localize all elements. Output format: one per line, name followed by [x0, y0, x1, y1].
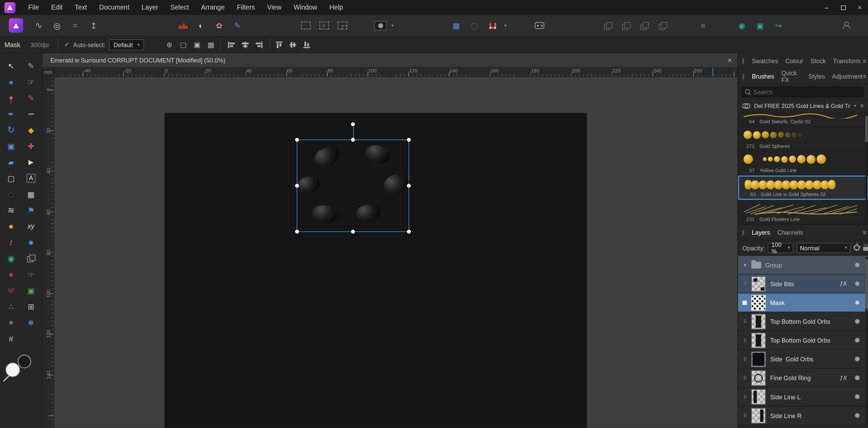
menu-filters[interactable]: Filters: [231, 0, 261, 15]
drag-handle-icon[interactable]: ⠿: [741, 319, 749, 324]
resize-handle-sw[interactable]: [295, 230, 299, 234]
hand-tool-icon[interactable]: ☞: [23, 75, 39, 88]
rectangle-tool-icon[interactable]: ▢: [3, 171, 19, 185]
develop-persona-icon[interactable]: ◎: [50, 19, 64, 32]
align-left-icon[interactable]: [226, 40, 237, 50]
menu-file[interactable]: File: [22, 0, 45, 15]
resize-handle-n[interactable]: [351, 138, 355, 142]
visibility-toggle[interactable]: [855, 357, 860, 362]
panel-menu-icon[interactable]: ≡: [863, 229, 866, 235]
rotation-handle[interactable]: [351, 122, 355, 126]
resize-handle-s[interactable]: [351, 230, 355, 234]
photo-persona-icon[interactable]: [9, 18, 23, 32]
sphere-tool-icon[interactable]: ●: [3, 220, 19, 233]
layer-thumbnail[interactable]: [751, 370, 766, 385]
show-handles-icon[interactable]: ▣: [192, 40, 203, 50]
snapping-grid-icon[interactable]: ▦: [450, 19, 463, 32]
lasso-tool-icon[interactable]: ∽: [23, 107, 39, 121]
pages-tool-icon[interactable]: [23, 252, 39, 265]
selection-brush-tool-icon[interactable]: ●: [3, 75, 19, 88]
foreground-color-swatch[interactable]: [5, 363, 20, 377]
gradient-tool-icon[interactable]: ≋: [3, 204, 19, 217]
quick-mask-chevron-icon[interactable]: ▾: [391, 23, 394, 28]
move-tool-icon[interactable]: ↖: [3, 59, 19, 72]
brush-item[interactable]: 231 Gold Flowers Line: [738, 200, 868, 224]
layer-row-side-line-l[interactable]: ⠿ Side Line L: [738, 387, 868, 406]
dodge-burn-icon[interactable]: ◐: [194, 19, 208, 32]
layer-thumbnail[interactable]: [751, 314, 766, 329]
orange-hand-tool-icon[interactable]: ☞: [23, 268, 39, 281]
layers-scrollbar[interactable]: [865, 257, 867, 426]
canvas-viewport[interactable]: [54, 77, 738, 428]
tab-stock[interactable]: Stock: [811, 57, 826, 64]
layer-thumbnail[interactable]: [751, 332, 766, 348]
resize-handle-se[interactable]: [407, 230, 411, 234]
quick-mask-icon[interactable]: [374, 21, 387, 30]
align-middle-icon[interactable]: [287, 40, 298, 50]
scrollbar-thumb[interactable]: [865, 116, 867, 142]
visibility-toggle[interactable]: [855, 394, 860, 399]
visibility-toggle[interactable]: [855, 281, 860, 286]
tab-adjustment[interactable]: Adjustment: [832, 73, 863, 79]
opacity-dropdown[interactable]: 100 % ▾: [768, 243, 793, 253]
plant-tool-icon[interactable]: Ψ: [3, 284, 19, 297]
chevron-down-icon[interactable]: ▾: [854, 103, 856, 108]
layer-thumbnail[interactable]: [751, 276, 766, 291]
insertion-order-icon[interactable]: ≡: [697, 19, 710, 32]
align-center-icon[interactable]: [240, 40, 251, 50]
play-arrow-tool-icon[interactable]: ▶: [23, 155, 39, 169]
drag-handle-icon[interactable]: ⠿: [741, 375, 749, 381]
document-tab-title[interactable]: Emerald w Surround CORRUPT DOCUMENT [Mod…: [43, 57, 225, 63]
tab-styles[interactable]: Styles: [808, 73, 825, 79]
lock-icon[interactable]: [863, 247, 868, 251]
clone-stamp-tool-icon[interactable]: ▣: [3, 139, 19, 153]
frame-tool-icon[interactable]: ▣: [23, 284, 39, 297]
vector-flag-tool-icon[interactable]: ⚑: [23, 204, 39, 217]
selection-bounding-box[interactable]: [297, 139, 409, 232]
starburst-tool-icon[interactable]: ✶: [3, 316, 19, 329]
ruler-unit-label[interactable]: mm: [43, 68, 54, 77]
table-tool-icon[interactable]: ▦: [23, 188, 39, 201]
flood-fill-tool-icon[interactable]: ◆: [23, 123, 39, 137]
menu-window[interactable]: Window: [288, 0, 323, 15]
menu-layer[interactable]: Layer: [136, 0, 164, 15]
align-right-icon[interactable]: [253, 40, 264, 50]
account-icon[interactable]: [839, 19, 853, 32]
panel-drag-handle[interactable]: ∥: [742, 73, 745, 79]
transform-origin-icon[interactable]: ⊕: [164, 40, 175, 50]
pixel-brush-tool-icon[interactable]: ✎: [23, 91, 39, 105]
stock-box-icon[interactable]: ▣: [754, 19, 767, 32]
layer-row-top-bottom-gold-orbs-1[interactable]: ⠿ Top Bottom Gold Orbs: [738, 312, 868, 331]
scrollbar-thumb[interactable]: [865, 259, 867, 309]
brush-scrollbar[interactable]: [865, 113, 867, 223]
menu-select[interactable]: Select: [164, 0, 195, 15]
menu-arrange[interactable]: Arrange: [195, 0, 231, 15]
text-tool-icon[interactable]: A: [23, 171, 39, 185]
tab-colour[interactable]: Colour: [785, 57, 803, 64]
layer-row-side-bits[interactable]: ⠿ Side Bits ƒX: [738, 275, 868, 293]
blob-tool-icon[interactable]: ●: [3, 268, 19, 281]
soft-brush-tool-icon[interactable]: ●: [23, 236, 39, 249]
panel-drag-handle[interactable]: ∥: [742, 229, 745, 235]
panel-drag-handle[interactable]: ∥: [742, 58, 745, 64]
liquify-persona-icon[interactable]: ∿: [32, 19, 45, 32]
layer-row-top-bottom-gold-orbs-2[interactable]: ⠿ Top Bottom Gold Orbs: [738, 331, 868, 350]
drag-handle-icon[interactable]: ⠿: [741, 394, 749, 399]
brush-item[interactable]: 37 Yellow Gold Line: [738, 151, 868, 175]
blue-brush-icon[interactable]: ✎: [231, 19, 244, 32]
vertical-ruler[interactable]: 0 20 40 60 80 100 120 140: [43, 77, 54, 428]
color-picker-tool-icon[interactable]: [3, 91, 19, 105]
ellipse-tool-icon[interactable]: ●: [3, 188, 19, 201]
visibility-toggle[interactable]: [855, 413, 860, 418]
healing-brush-tool-icon[interactable]: ✚: [23, 139, 39, 153]
paint-brush-tool-icon[interactable]: ✎: [23, 59, 39, 72]
dots-cluster-tool-icon[interactable]: ∴: [3, 300, 19, 313]
resize-handle-ne[interactable]: [407, 138, 411, 142]
gear-icon[interactable]: [854, 245, 860, 251]
drag-handle-icon[interactable]: ⠿: [741, 337, 749, 343]
background-color-swatch[interactable]: [18, 355, 31, 368]
tab-swatches[interactable]: Swatches: [752, 57, 778, 64]
tab-brushes[interactable]: Brushes: [752, 73, 774, 79]
close-button[interactable]: ×: [852, 0, 868, 15]
menu-text[interactable]: Text: [69, 0, 93, 15]
